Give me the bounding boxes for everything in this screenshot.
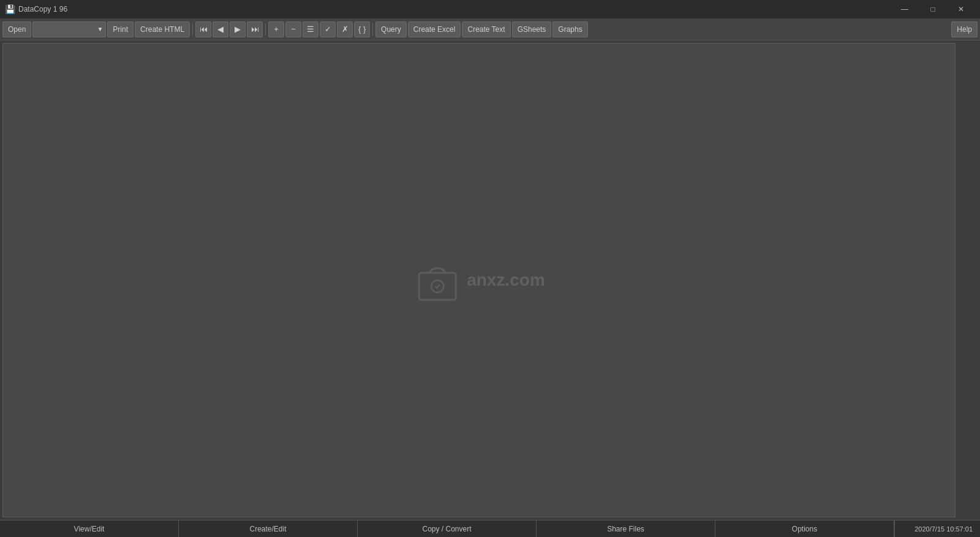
app-icon: 💾 bbox=[5, 4, 15, 14]
print-button[interactable]: Print bbox=[107, 21, 134, 37]
list-icon: ☰ bbox=[307, 25, 314, 34]
options-label: Options bbox=[792, 525, 817, 533]
remove-button[interactable]: − bbox=[285, 21, 301, 37]
next-icon: ▶ bbox=[235, 25, 241, 34]
gsheets-button[interactable]: GSheets bbox=[512, 21, 552, 37]
last-icon: ⏭ bbox=[251, 25, 259, 34]
separator-2 bbox=[265, 23, 266, 36]
create-text-button[interactable]: Create Text bbox=[462, 21, 510, 37]
add-button[interactable]: + bbox=[268, 21, 284, 37]
maximize-button[interactable]: □ bbox=[919, 0, 947, 18]
title-bar: 💾 DataCopy 1 96 — □ ✕ bbox=[0, 0, 980, 18]
cancel-button[interactable]: ✗ bbox=[337, 21, 353, 37]
view-edit-label: View/Edit bbox=[74, 525, 105, 533]
create-html-button[interactable]: Create HTML bbox=[135, 21, 190, 37]
window-controls: — □ ✕ bbox=[891, 0, 975, 18]
first-record-button[interactable]: ⏮ bbox=[195, 21, 211, 37]
x-icon: ✗ bbox=[342, 25, 349, 34]
query-button[interactable]: Query bbox=[375, 21, 407, 37]
help-button[interactable]: Help bbox=[951, 21, 978, 37]
minus-icon: − bbox=[291, 25, 296, 34]
first-icon: ⏮ bbox=[200, 25, 208, 34]
view-edit-tab[interactable]: View/Edit bbox=[0, 520, 179, 537]
watermark: anxz.com bbox=[413, 256, 545, 305]
content-area: anxz.com bbox=[2, 43, 956, 517]
separator-1 bbox=[192, 23, 193, 36]
app-title: DataCopy 1 96 bbox=[18, 5, 67, 13]
watermark-bag-icon bbox=[413, 256, 462, 305]
check-button[interactable]: ✓ bbox=[320, 21, 336, 37]
graphs-button[interactable]: Graphs bbox=[552, 21, 587, 37]
braces-icon: { } bbox=[358, 25, 366, 34]
next-record-button[interactable]: ▶ bbox=[230, 21, 246, 37]
svg-point-1 bbox=[431, 280, 443, 292]
watermark-text: anxz.com bbox=[467, 270, 545, 290]
status-bar: View/Edit Create/Edit Copy / Convert Sha… bbox=[0, 520, 980, 537]
create-edit-label: Create/Edit bbox=[249, 525, 286, 533]
copy-convert-tab[interactable]: Copy / Convert bbox=[358, 520, 537, 537]
options-tab[interactable]: Options bbox=[715, 520, 894, 537]
separator-3 bbox=[372, 23, 373, 36]
minimize-button[interactable]: — bbox=[891, 0, 919, 18]
copy-convert-label: Copy / Convert bbox=[422, 525, 471, 533]
file-dropdown[interactable]: ▼ bbox=[32, 21, 106, 37]
share-files-tab[interactable]: Share Files bbox=[537, 520, 715, 537]
date-time-display: 2020/7/15 10:57:01 bbox=[894, 520, 980, 537]
main-content: anxz.com bbox=[0, 40, 980, 520]
list-button[interactable]: ☰ bbox=[303, 21, 318, 37]
share-files-label: Share Files bbox=[607, 525, 644, 533]
toolbar: Open ▼ Print Create HTML ⏮ ◀ ▶ ⏭ + − ☰ ✓… bbox=[0, 18, 980, 40]
close-button[interactable]: ✕ bbox=[947, 0, 975, 18]
dropdown-arrow-icon: ▼ bbox=[97, 26, 103, 32]
check-icon: ✓ bbox=[325, 25, 331, 34]
prev-record-button[interactable]: ◀ bbox=[213, 21, 228, 37]
date-time-text: 2020/7/15 10:57:01 bbox=[914, 525, 973, 533]
create-edit-tab[interactable]: Create/Edit bbox=[179, 520, 358, 537]
open-button[interactable]: Open bbox=[2, 21, 31, 37]
plus-icon: + bbox=[274, 25, 279, 34]
prev-icon: ◀ bbox=[217, 25, 224, 34]
create-excel-button[interactable]: Create Excel bbox=[408, 21, 461, 37]
braces-button[interactable]: { } bbox=[354, 21, 370, 37]
last-record-button[interactable]: ⏭ bbox=[247, 21, 263, 37]
svg-rect-0 bbox=[419, 273, 456, 300]
right-panel bbox=[958, 40, 980, 520]
